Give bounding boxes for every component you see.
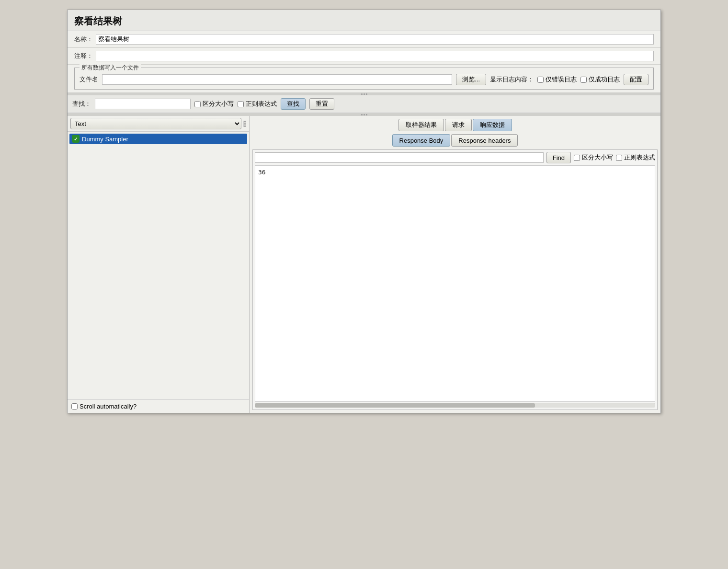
scrollbar-thumb[interactable] xyxy=(255,403,535,408)
content-area: Text HTML JSON XML Dummy xyxy=(68,116,660,413)
log-label: 显示日志内容： xyxy=(490,75,534,84)
main-window: 察看结果树 名称： 注释： 所有数据写入一个文件 文件名 浏览... 显示日志内… xyxy=(67,10,661,413)
divider-dot xyxy=(366,114,367,115)
scroll-auto-checkbox[interactable]: Scroll automatically? xyxy=(71,403,136,410)
window-title-text: 察看结果树 xyxy=(74,16,122,26)
success-log-checkbox[interactable]: 仅成功日志 xyxy=(580,75,620,84)
divider-dot xyxy=(364,114,365,115)
response-inner: Find 区分大小写 正则表达式 36 xyxy=(252,149,658,410)
view-select-wrapper[interactable]: Text HTML JSON XML xyxy=(70,118,241,129)
search-input[interactable] xyxy=(95,99,191,109)
window-title: 察看结果树 xyxy=(68,10,660,31)
case-check[interactable] xyxy=(194,101,201,107)
file-group: 所有数据写入一个文件 文件名 浏览... 显示日志内容： 仅错误日志 仅成功日志… xyxy=(74,68,654,90)
subtab-response-headers[interactable]: Response headers xyxy=(451,134,518,147)
inner-case-checkbox[interactable]: 区分大小写 xyxy=(574,153,613,162)
divider-dot xyxy=(364,93,365,95)
file-row: 文件名 浏览... 显示日志内容： 仅错误日志 仅成功日志 配置 xyxy=(80,72,648,85)
body-content: 36 xyxy=(258,169,266,176)
response-body-text: 36 xyxy=(255,165,655,402)
scroll-checkbox-row: Scroll automatically? xyxy=(68,399,249,413)
right-panel: 取样器结果 请求 响应数据 Response Body Response hea… xyxy=(250,116,660,413)
top-tab-row: 取样器结果 请求 响应数据 xyxy=(252,119,658,131)
find-input[interactable] xyxy=(255,152,544,163)
reset-button[interactable]: 重置 xyxy=(309,98,334,110)
split-dot xyxy=(244,123,246,125)
divider-handle-2 xyxy=(361,114,367,115)
browse-button[interactable]: 浏览... xyxy=(456,74,486,85)
inner-case-check[interactable] xyxy=(574,155,580,161)
horizontal-scrollbar[interactable] xyxy=(255,403,655,408)
status-icon xyxy=(72,135,80,143)
search-bar: 查找： 区分大小写 正则表达式 查找 重置 xyxy=(68,95,660,113)
file-label: 文件名 xyxy=(80,75,98,84)
regex-check[interactable] xyxy=(238,101,244,107)
divider-dot xyxy=(361,93,363,95)
inner-regex-checkbox[interactable]: 正则表达式 xyxy=(616,153,655,162)
left-toolbar: Text HTML JSON XML xyxy=(68,116,249,132)
inner-find-button[interactable]: Find xyxy=(546,152,571,163)
file-input[interactable] xyxy=(102,74,452,85)
tab-response-data[interactable]: 响应数据 xyxy=(473,119,512,131)
comment-row: 注释： xyxy=(68,48,660,65)
name-label: 名称： xyxy=(74,35,93,44)
error-log-check[interactable] xyxy=(537,77,544,83)
split-dot xyxy=(244,125,246,127)
search-label: 查找： xyxy=(72,100,91,108)
view-select[interactable]: Text HTML JSON XML xyxy=(70,118,241,129)
divider-dot xyxy=(366,93,367,95)
tab-sampler-result[interactable]: 取样器结果 xyxy=(398,119,444,131)
tree-item[interactable]: Dummy Sampler xyxy=(69,134,247,144)
success-log-check[interactable] xyxy=(580,77,587,83)
name-input[interactable] xyxy=(96,34,654,45)
sub-tab-row: Response Body Response headers xyxy=(252,134,658,147)
case-checkbox[interactable]: 区分大小写 xyxy=(194,100,234,108)
tree-item-label: Dummy Sampler xyxy=(82,136,128,143)
scroll-auto-label: Scroll automatically? xyxy=(80,403,136,410)
error-log-checkbox[interactable]: 仅错误日志 xyxy=(537,75,577,84)
panel-split-handle[interactable] xyxy=(243,121,246,127)
tree-area[interactable]: Dummy Sampler xyxy=(68,132,249,399)
left-panel: Text HTML JSON XML Dummy xyxy=(68,116,250,413)
comment-input[interactable] xyxy=(96,51,654,61)
name-row: 名称： xyxy=(68,31,660,48)
config-button[interactable]: 配置 xyxy=(624,74,648,85)
group-legend: 所有数据写入一个文件 xyxy=(80,64,141,72)
find-button[interactable]: 查找 xyxy=(281,98,306,110)
subtab-response-body[interactable]: Response Body xyxy=(392,134,451,147)
scroll-auto-check[interactable] xyxy=(71,403,78,410)
find-row: Find 区分大小写 正则表达式 xyxy=(255,152,655,163)
divider-handle-1 xyxy=(361,93,367,95)
regex-checkbox[interactable]: 正则表达式 xyxy=(238,100,277,108)
split-dot xyxy=(244,121,246,122)
divider-dot xyxy=(361,114,363,115)
tab-request[interactable]: 请求 xyxy=(445,119,472,131)
inner-regex-check[interactable] xyxy=(616,155,622,161)
comment-label: 注释： xyxy=(74,52,93,60)
shield-icon xyxy=(71,135,80,143)
